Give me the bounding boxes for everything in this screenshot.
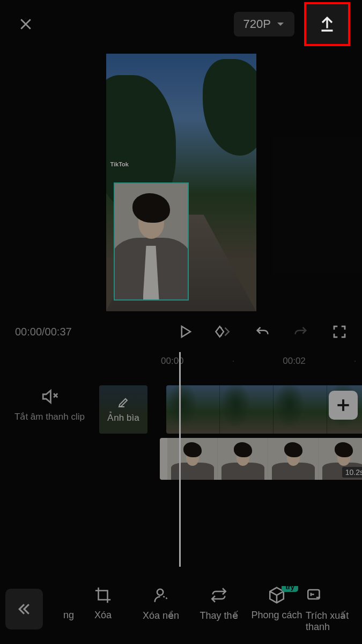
- tool-label: Xóa nền: [143, 610, 179, 621]
- export-button[interactable]: [304, 2, 350, 46]
- tool-label: Thay thế: [200, 610, 238, 621]
- person-remove-icon: [152, 586, 170, 604]
- resolution-selector[interactable]: 720P: [234, 12, 294, 36]
- redo-icon: [292, 324, 309, 339]
- keyframe-icon: [215, 324, 233, 340]
- play-button[interactable]: [174, 321, 196, 342]
- tool-label: ng: [63, 610, 74, 621]
- overlay-image-selected[interactable]: [114, 182, 189, 301]
- try-badge: try: [282, 586, 298, 592]
- crop-icon: [94, 586, 112, 604]
- tool-label: Phong cách: [251, 610, 302, 621]
- ruler-dot: ·: [232, 356, 235, 367]
- ruler-mark: 00:02: [283, 356, 306, 367]
- tool-label: Trích xuất thanh: [306, 610, 354, 633]
- undo-icon: [254, 324, 271, 339]
- fullscreen-button[interactable]: [329, 321, 350, 342]
- cover-thumbnail[interactable]: Ảnh bìa: [99, 385, 147, 434]
- toolbar-item-partial[interactable]: ng: [53, 586, 74, 633]
- redo-button[interactable]: [290, 321, 312, 342]
- playhead[interactable]: [179, 352, 181, 567]
- chevron-down-icon: [276, 21, 285, 27]
- tool-label: Xóa: [94, 610, 112, 621]
- toolbar-item-remove-bg[interactable]: Xóa nền: [132, 586, 190, 633]
- toolbar-item-delete[interactable]: Xóa: [74, 586, 132, 633]
- edit-icon: [117, 396, 130, 409]
- track-trim-handle[interactable]: [162, 453, 164, 464]
- undo-button[interactable]: [252, 321, 273, 342]
- repeat-icon: [210, 586, 228, 604]
- overlay-track[interactable]: 10.2s: [160, 438, 362, 480]
- mute-clip-button[interactable]: [40, 387, 60, 408]
- cover-label: Ảnh bìa: [107, 412, 139, 423]
- time-display: 00:00/00:37: [15, 326, 72, 338]
- toolbar-item-replace[interactable]: Thay thế: [190, 586, 248, 633]
- export-icon: [317, 14, 337, 34]
- mute-clip-label: Tắt âm thanh clip: [14, 411, 85, 423]
- clip-duration-badge: 10.2s: [342, 467, 362, 478]
- close-button[interactable]: [16, 14, 35, 34]
- speaker-off-icon: [40, 387, 60, 406]
- toolbar-back-button[interactable]: [5, 589, 43, 630]
- svg-point-0: [157, 589, 163, 595]
- extract-audio-icon: [306, 586, 324, 604]
- video-preview[interactable]: TikTok: [106, 54, 256, 311]
- add-clip-button[interactable]: [329, 391, 358, 420]
- play-icon: [177, 324, 193, 340]
- timeline-ruler: 00:00 · 00:02 ·: [0, 352, 362, 370]
- toolbar-item-style[interactable]: try Phong cách: [248, 586, 306, 633]
- fullscreen-icon: [331, 324, 348, 340]
- toolbar-item-extract-audio[interactable]: Trích xuất thanh: [306, 586, 354, 633]
- ruler-dot: ·: [354, 356, 357, 367]
- plus-icon: [335, 397, 352, 414]
- chevrons-left-icon: [16, 601, 32, 617]
- resolution-label: 720P: [243, 17, 271, 31]
- keyframe-button[interactable]: [213, 321, 234, 342]
- timeline[interactable]: 00:00 · 00:02 · Tắt âm thanh clip Ảnh bì…: [0, 352, 362, 567]
- tiktok-watermark: TikTok: [110, 161, 129, 167]
